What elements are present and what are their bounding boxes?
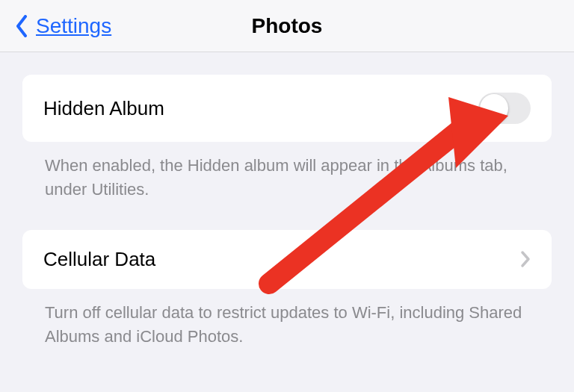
content: Hidden Album When enabled, the Hidden al…	[0, 52, 574, 349]
navigation-bar: Settings Photos	[0, 0, 574, 52]
back-label: Settings	[36, 14, 111, 38]
chevron-right-icon	[520, 250, 531, 268]
hidden-album-cell: Hidden Album	[22, 75, 552, 142]
chevron-left-icon	[15, 15, 28, 37]
hidden-album-label: Hidden Album	[43, 97, 164, 120]
hidden-album-toggle[interactable]	[478, 93, 531, 124]
back-button[interactable]: Settings	[15, 14, 111, 38]
cellular-data-label: Cellular Data	[43, 248, 155, 271]
cellular-data-cell[interactable]: Cellular Data	[22, 230, 552, 289]
hidden-album-footer: When enabled, the Hidden album will appe…	[22, 142, 552, 202]
toggle-knob	[480, 94, 508, 122]
cellular-data-footer: Turn off cellular data to restrict updat…	[22, 289, 552, 349]
